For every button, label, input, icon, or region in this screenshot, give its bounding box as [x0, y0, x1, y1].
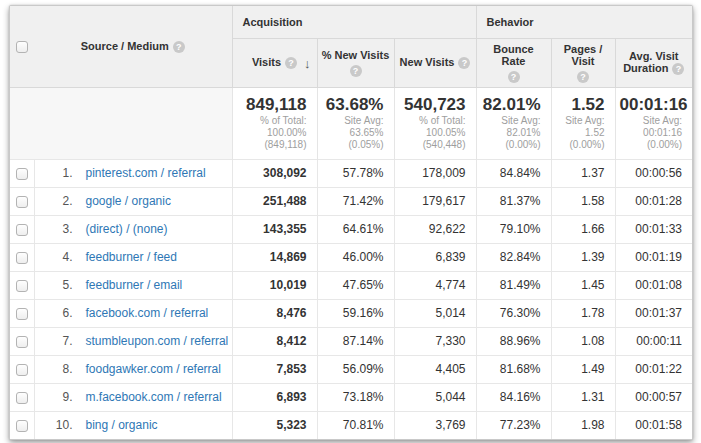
summary-bounce-rate: 82.01% Site Avg: 82.01% (0.00%) [476, 87, 551, 159]
new-visits-value: 5,014 [394, 299, 476, 327]
bounce-rate-value: 77.23% [476, 411, 551, 439]
pct-new-visits-value: 46.00% [317, 243, 394, 271]
table-row: 7.stumbleupon.com / referral 8,412 87.14… [10, 327, 692, 355]
pct-new-visits-value: 73.18% [317, 383, 394, 411]
row-checkbox[interactable] [16, 280, 28, 292]
source-medium-link[interactable]: feedburner / feed [86, 250, 177, 264]
row-checkbox[interactable] [16, 336, 28, 348]
new-visits-value: 6,839 [394, 243, 476, 271]
visits-label: Visits [252, 56, 281, 68]
avg-duration-label: Avg. Visit Duration [623, 50, 678, 74]
row-checkbox[interactable] [16, 252, 28, 264]
summary-new-visits: 540,723 % of Total: 100.05% (540,448) [394, 87, 476, 159]
source-medium-link[interactable]: foodgawker.com / referral [86, 362, 221, 376]
table-row: 5.feedburner / email 10,019 47.65% 4,774… [10, 271, 692, 299]
bounce-rate-value: 88.96% [476, 327, 551, 355]
source-medium-link[interactable]: pinterest.com / referral [86, 166, 206, 180]
avg-duration-value: 00:01:19 [615, 243, 692, 271]
help-icon[interactable]: ? [577, 71, 589, 83]
table-row: 10.bing / organic 5,323 70.81% 3,769 77.… [10, 411, 692, 439]
pages-visit-value: 1.78 [551, 299, 615, 327]
new-visits-value: 4,405 [394, 355, 476, 383]
column-header-bounce-rate[interactable]: Bounce Rate ? [476, 38, 551, 87]
bounce-rate-value: 84.16% [476, 383, 551, 411]
help-icon[interactable]: ? [672, 63, 684, 75]
row-index: 9. [41, 390, 73, 404]
group-header-row: Source / Medium? Acquisition Behavior [10, 6, 692, 38]
row-index: 2. [41, 194, 73, 208]
row-checkbox[interactable] [16, 364, 28, 376]
visits-value: 8,412 [232, 327, 317, 355]
pages-visit-value: 1.31 [551, 383, 615, 411]
avg-duration-value: 00:00:57 [615, 383, 692, 411]
column-header-source-medium[interactable]: Source / Medium? [34, 6, 232, 87]
table-row: 4.feedburner / feed 14,869 46.00% 6,839 … [10, 243, 692, 271]
summary-avg-duration: 00:01:16 Site Avg: 00:01:16 (0.00%) [615, 87, 692, 159]
pct-new-visits-value: 59.16% [317, 299, 394, 327]
pct-new-visits-value: 70.81% [317, 411, 394, 439]
pct-new-visits-value: 57.78% [317, 159, 394, 187]
column-header-pct-new-visits[interactable]: % New Visits ? [317, 38, 394, 87]
column-header-visits[interactable]: Visits? ↓ [232, 38, 317, 87]
help-icon[interactable]: ? [173, 41, 185, 53]
source-medium-link[interactable]: stumbleupon.com / referral [86, 334, 229, 348]
pages-visit-value: 1.45 [551, 271, 615, 299]
source-medium-link[interactable]: bing / organic [86, 418, 158, 432]
source-medium-link[interactable]: google / organic [86, 194, 171, 208]
source-medium-link[interactable]: m.facebook.com / referral [86, 390, 222, 404]
summary-pct-new-visits: 63.68% Site Avg: 63.65% (0.05%) [317, 87, 394, 159]
visits-value: 7,853 [232, 355, 317, 383]
table-row: 2.google / organic 251,488 71.42% 179,61… [10, 187, 692, 215]
pages-visit-value: 1.08 [551, 327, 615, 355]
row-checkbox[interactable] [16, 308, 28, 320]
row-checkbox[interactable] [16, 392, 28, 404]
help-icon[interactable]: ? [350, 65, 362, 77]
visits-value: 14,869 [232, 243, 317, 271]
pct-new-visits-value: 87.14% [317, 327, 394, 355]
visits-value: 308,092 [232, 159, 317, 187]
column-header-avg-duration[interactable]: Avg. Visit Duration? [615, 38, 692, 87]
summary-visits: 849,118 % of Total: 100.00% (849,118) [232, 87, 317, 159]
help-icon[interactable]: ? [508, 71, 520, 83]
pct-new-visits-value: 47.65% [317, 271, 394, 299]
visits-value: 8,476 [232, 299, 317, 327]
source-medium-link[interactable]: facebook.com / referral [86, 306, 209, 320]
sort-descending-icon[interactable]: ↓ [304, 55, 311, 70]
row-checkbox[interactable] [16, 196, 28, 208]
row-index: 7. [41, 334, 73, 348]
avg-duration-value: 00:01:28 [615, 187, 692, 215]
new-visits-value: 178,009 [394, 159, 476, 187]
visits-value: 10,019 [232, 271, 317, 299]
row-index: 1. [41, 166, 73, 180]
pct-new-visits-value: 64.61% [317, 215, 394, 243]
pages-visit-value: 1.37 [551, 159, 615, 187]
table-row: 6.facebook.com / referral 8,476 59.16% 5… [10, 299, 692, 327]
help-icon[interactable]: ? [458, 57, 470, 69]
bounce-rate-value: 81.49% [476, 271, 551, 299]
pct-new-visits-label: % New Visits [322, 49, 390, 61]
new-visits-value: 7,330 [394, 327, 476, 355]
summary-pages-visit: 1.52 Site Avg: 1.52 (0.00%) [551, 87, 615, 159]
row-checkbox[interactable] [16, 168, 28, 180]
summary-duration-value: 00:01:16 [620, 95, 683, 115]
summary-pages-value: 1.52 [556, 95, 605, 115]
visits-value: 143,355 [232, 215, 317, 243]
column-header-new-visits[interactable]: New Visits? [394, 38, 476, 87]
row-index: 3. [41, 222, 73, 236]
group-label-acquisition: Acquisition [232, 6, 476, 38]
row-checkbox[interactable] [16, 420, 28, 432]
row-checkbox[interactable] [16, 224, 28, 236]
row-index: 5. [41, 278, 73, 292]
new-visits-label: New Visits [400, 56, 455, 68]
row-index: 4. [41, 250, 73, 264]
column-header-pages-visit[interactable]: Pages / Visit ? [551, 38, 615, 87]
new-visits-value: 5,044 [394, 383, 476, 411]
row-index: 8. [41, 362, 73, 376]
visits-value: 251,488 [232, 187, 317, 215]
select-all-checkbox[interactable] [16, 41, 28, 53]
help-icon[interactable]: ? [285, 57, 297, 69]
summary-row: 849,118 % of Total: 100.00% (849,118) 63… [10, 87, 692, 159]
select-all-cell [10, 6, 34, 87]
source-medium-link[interactable]: feedburner / email [86, 278, 183, 292]
source-medium-link[interactable]: (direct) / (none) [86, 222, 168, 236]
